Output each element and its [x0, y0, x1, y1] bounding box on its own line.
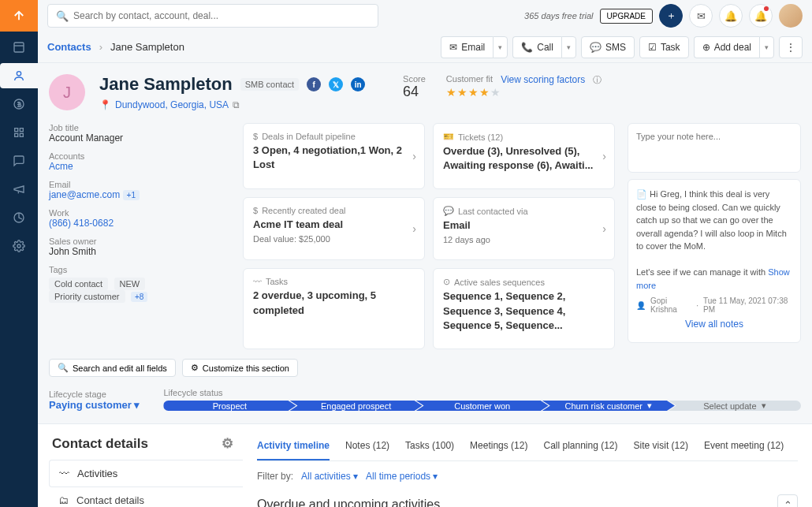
- call-action[interactable]: 📞Call▾: [512, 36, 576, 58]
- breadcrumb-bar: Contacts › Jane Sampleton ✉Email▾ 📞Call▾…: [38, 32, 812, 63]
- tag[interactable]: Cold contact: [49, 278, 108, 290]
- user-avatar[interactable]: [779, 4, 803, 28]
- trial-text: 365 days free trial: [524, 11, 593, 21]
- chevron-right-icon[interactable]: ›: [602, 222, 606, 235]
- more-action[interactable]: ⋮: [779, 36, 803, 58]
- fit-stars: ★★★★★: [446, 86, 602, 99]
- tab-site-visit[interactable]: Site visit (12): [634, 435, 688, 460]
- tasks-card[interactable]: 〰Tasks2 overdue, 3 upcoming, 5 completed: [243, 268, 425, 349]
- stage-engaged[interactable]: Engaged prospect: [290, 401, 423, 411]
- tab-timeline[interactable]: Activity timeline: [257, 435, 330, 460]
- contact-badge: SMB contact: [240, 78, 299, 91]
- search-input[interactable]: [73, 10, 370, 21]
- det-contact-details[interactable]: 🗂Contact details: [49, 487, 243, 507]
- recent-deal-card[interactable]: $Recently created dealAcme IT team dealD…: [243, 197, 425, 260]
- location-link[interactable]: Dundywood, Georgia, USA: [115, 99, 229, 110]
- copy-icon[interactable]: ⧉: [233, 99, 240, 110]
- gear-icon: ⚙: [191, 363, 199, 373]
- stage-select[interactable]: Select update ▾: [669, 401, 801, 411]
- view-all-notes[interactable]: View all notes: [636, 314, 792, 334]
- pulse-icon: 〰: [59, 468, 69, 479]
- customize-section[interactable]: ⚙Customize this section: [182, 359, 298, 377]
- mail-icon[interactable]: ✉: [689, 4, 713, 28]
- nav-accounts-icon[interactable]: [0, 120, 38, 145]
- lifecycle-stage-dropdown[interactable]: Paying customer ▾: [49, 399, 140, 411]
- sequences-card[interactable]: ⊙Active sales sequencesSequence 1, Seque…: [433, 268, 615, 349]
- contact-name: Jane Sampleton: [99, 74, 233, 95]
- collapse-icon[interactable]: ⌃: [777, 494, 798, 507]
- breadcrumb-root[interactable]: Contacts: [47, 41, 91, 53]
- svg-point-1: [17, 72, 20, 76]
- tag[interactable]: Priority customer: [49, 290, 125, 303]
- note-icon: 📄: [636, 189, 647, 199]
- contacted-card[interactable]: 💬Last contacted viaEmail12 days ago›: [433, 197, 615, 260]
- tab-call-planning[interactable]: Call planning (12): [543, 435, 617, 460]
- tags-more[interactable]: +8: [131, 292, 147, 302]
- tag[interactable]: NEW: [114, 278, 146, 290]
- score-value: 64: [403, 84, 426, 100]
- stage-won[interactable]: Customer won: [416, 401, 549, 411]
- email-icon: ✉: [449, 42, 457, 53]
- nav-settings-icon[interactable]: [0, 233, 38, 259]
- tab-notes[interactable]: Notes (12): [345, 435, 389, 460]
- account-link[interactable]: Acme: [49, 161, 230, 172]
- chevron-right-icon[interactable]: ›: [412, 222, 416, 235]
- chevron-right-icon[interactable]: ›: [412, 150, 416, 162]
- tab-tasks[interactable]: Tasks (100): [405, 435, 454, 460]
- chat-icon: 💬: [443, 206, 454, 216]
- nav-deals-icon[interactable]: [0, 91, 38, 117]
- task-action[interactable]: ☑Task: [639, 36, 689, 58]
- svg-rect-6: [20, 133, 23, 136]
- topbar: 🔍 365 days free trial UPGRADE ＋ ✉ 🔔 🔔: [38, 0, 812, 32]
- nav-announce-icon[interactable]: [0, 177, 38, 202]
- stage-churn[interactable]: Churn risk customer ▾: [542, 401, 675, 411]
- twitter-icon[interactable]: 𝕏: [329, 77, 343, 91]
- sms-action[interactable]: 💬SMS: [581, 36, 635, 58]
- det-activities[interactable]: 〰Activities: [49, 460, 243, 487]
- email-action[interactable]: ✉Email▾: [441, 36, 508, 58]
- deals-card[interactable]: $Deals in Default pipeline3 Open, 4 nego…: [243, 123, 425, 189]
- nav-contacts-icon[interactable]: [0, 63, 38, 88]
- linkedin-icon[interactable]: in: [351, 77, 365, 91]
- email-more-badge[interactable]: +1: [123, 190, 140, 200]
- phone-link[interactable]: (866) 418-0682: [49, 218, 230, 229]
- details-title: Contact details: [52, 436, 148, 452]
- nav-chat-icon[interactable]: [0, 148, 38, 173]
- dollar-icon: $: [253, 132, 258, 141]
- email-link[interactable]: jane@acme.com: [49, 189, 120, 200]
- phone-icon: 📞: [521, 42, 533, 53]
- note-author: Gopi Krishna: [650, 296, 691, 314]
- facebook-icon[interactable]: f: [307, 77, 321, 91]
- sms-icon: 💬: [590, 42, 602, 53]
- note-textarea[interactable]: [636, 132, 792, 162]
- chevron-right-icon[interactable]: ›: [602, 150, 606, 162]
- sequence-icon: ⊙: [443, 277, 450, 287]
- upgrade-button[interactable]: UPGRADE: [600, 9, 653, 24]
- filter-periods[interactable]: All time periods ▾: [366, 471, 438, 482]
- pin-icon: 📍: [99, 99, 111, 110]
- alert-icon[interactable]: 🔔: [749, 4, 773, 28]
- note-input-box[interactable]: [628, 123, 801, 173]
- owner-value: John Smith: [49, 246, 230, 257]
- score-label: Score: [403, 74, 426, 84]
- stage-prospect[interactable]: Prospect: [163, 401, 296, 411]
- info-icon[interactable]: ⓘ: [593, 74, 602, 86]
- bell-icon[interactable]: 🔔: [719, 4, 743, 28]
- svg-rect-3: [15, 129, 18, 132]
- nav-reports-icon[interactable]: [0, 205, 38, 230]
- tickets-card[interactable]: 🎫Tickets (12)Overdue (3), Unresolved (5)…: [433, 123, 615, 189]
- note-date: Tue 11 May, 2021 07:38 PM: [703, 296, 792, 314]
- gear-icon[interactable]: ⚙: [222, 435, 233, 452]
- author-icon: 👤: [636, 301, 646, 310]
- tab-meetings[interactable]: Meetings (12): [470, 435, 527, 460]
- search-edit-fields[interactable]: 🔍Search and edit all fields: [49, 359, 176, 377]
- breadcrumb-sep: ›: [99, 41, 102, 53]
- view-factors-link[interactable]: View scoring factors: [501, 74, 585, 86]
- nav-dashboard-icon[interactable]: [0, 35, 38, 60]
- global-search[interactable]: 🔍: [47, 4, 378, 28]
- add-deal-action[interactable]: ⊕Add deal▾: [694, 36, 774, 58]
- deal-icon: ⊕: [702, 42, 710, 53]
- filter-activities[interactable]: All activities ▾: [301, 471, 358, 482]
- add-button[interactable]: ＋: [659, 4, 683, 28]
- tab-event-meeting[interactable]: Event meeting (12): [704, 435, 784, 460]
